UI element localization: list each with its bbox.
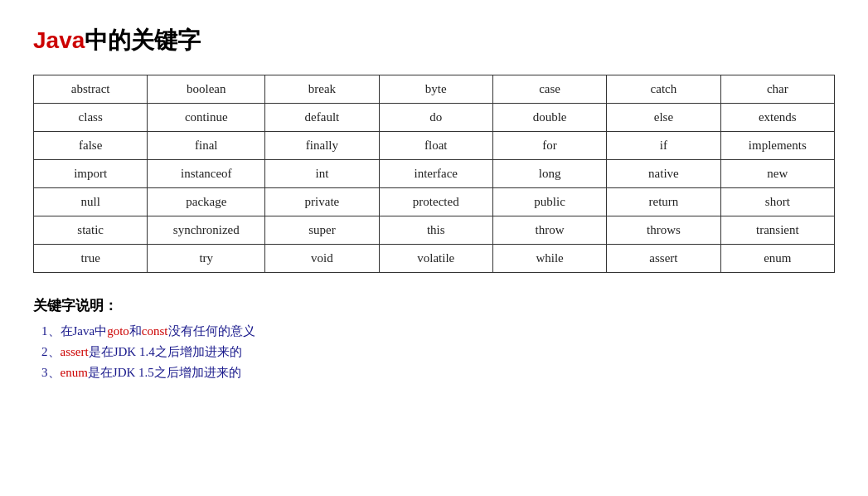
table-cell: while <box>492 245 606 273</box>
notes-list: 1、在Java中goto和const没有任何的意义 2、assert是在JDK … <box>33 323 835 381</box>
table-cell: throw <box>492 216 606 245</box>
note1-prefix: 1、在Java中 <box>41 324 107 338</box>
table-cell: byte <box>379 75 492 104</box>
table-cell: boolean <box>148 75 265 104</box>
table-cell: case <box>492 75 606 104</box>
table-cell: final <box>148 132 265 160</box>
table-cell: private <box>265 188 379 216</box>
notes-title: 关键字说明： <box>33 296 835 315</box>
table-cell: extends <box>720 104 834 132</box>
table-cell: long <box>492 160 606 188</box>
title-rest: 中的关键字 <box>85 27 201 53</box>
table-cell: public <box>492 188 606 216</box>
table-cell: else <box>607 104 720 132</box>
table-cell: false <box>34 132 148 160</box>
table-cell: default <box>265 104 379 132</box>
list-item: 1、在Java中goto和const没有任何的意义 <box>33 323 835 339</box>
table-cell: super <box>265 216 379 245</box>
page-title: Java中的关键字 <box>33 25 835 56</box>
table-cell: break <box>265 75 379 104</box>
table-cell: true <box>34 245 148 273</box>
note1-keyword2: const <box>142 324 168 338</box>
table-cell: int <box>265 160 379 188</box>
table-cell: new <box>720 160 834 188</box>
keywords-table: abstractbooleanbreakbytecasecatchcharcla… <box>33 75 835 273</box>
table-cell: native <box>607 160 720 188</box>
table-cell: try <box>148 245 265 273</box>
table-cell: this <box>379 216 492 245</box>
table-cell: static <box>34 216 148 245</box>
table-cell: enum <box>720 245 834 273</box>
table-cell: package <box>148 188 265 216</box>
table-cell: float <box>379 132 492 160</box>
note2-suffix: 是在JDK 1.4之后增加进来的 <box>89 345 242 358</box>
note1-middle: 和 <box>129 324 142 338</box>
table-cell: return <box>607 188 720 216</box>
note2-keyword: assert <box>61 345 89 358</box>
notes-section: 关键字说明： 1、在Java中goto和const没有任何的意义 2、asser… <box>33 296 835 381</box>
table-cell: assert <box>607 245 720 273</box>
table-cell: if <box>607 132 720 160</box>
table-cell: void <box>265 245 379 273</box>
list-item: 3、enum是在JDK 1.5之后增加进来的 <box>33 365 835 381</box>
table-cell: double <box>492 104 606 132</box>
table-cell: for <box>492 132 606 160</box>
table-cell: protected <box>379 188 492 216</box>
table-cell: finally <box>265 132 379 160</box>
table-cell: synchronized <box>148 216 265 245</box>
note3-keyword: enum <box>61 366 88 379</box>
table-cell: null <box>34 188 148 216</box>
table-cell: short <box>720 188 834 216</box>
note2-prefix: 2、 <box>41 345 61 358</box>
list-item: 2、assert是在JDK 1.4之后增加进来的 <box>33 344 835 360</box>
table-cell: catch <box>607 75 720 104</box>
table-cell: import <box>34 160 148 188</box>
title-java: Java <box>33 27 85 53</box>
table-cell: throws <box>607 216 720 245</box>
table-cell: class <box>34 104 148 132</box>
table-cell: do <box>379 104 492 132</box>
table-cell: char <box>720 75 834 104</box>
table-cell: transient <box>720 216 834 245</box>
note1-suffix: 没有任何的意义 <box>168 324 255 338</box>
table-cell: abstract <box>34 75 148 104</box>
table-cell: instanceof <box>148 160 265 188</box>
note1-keyword1: goto <box>107 324 129 338</box>
table-cell: implements <box>720 132 834 160</box>
table-cell: continue <box>148 104 265 132</box>
table-cell: volatile <box>379 245 492 273</box>
table-cell: interface <box>379 160 492 188</box>
note3-prefix: 3、 <box>41 366 61 379</box>
note3-suffix: 是在JDK 1.5之后增加进来的 <box>88 366 241 379</box>
